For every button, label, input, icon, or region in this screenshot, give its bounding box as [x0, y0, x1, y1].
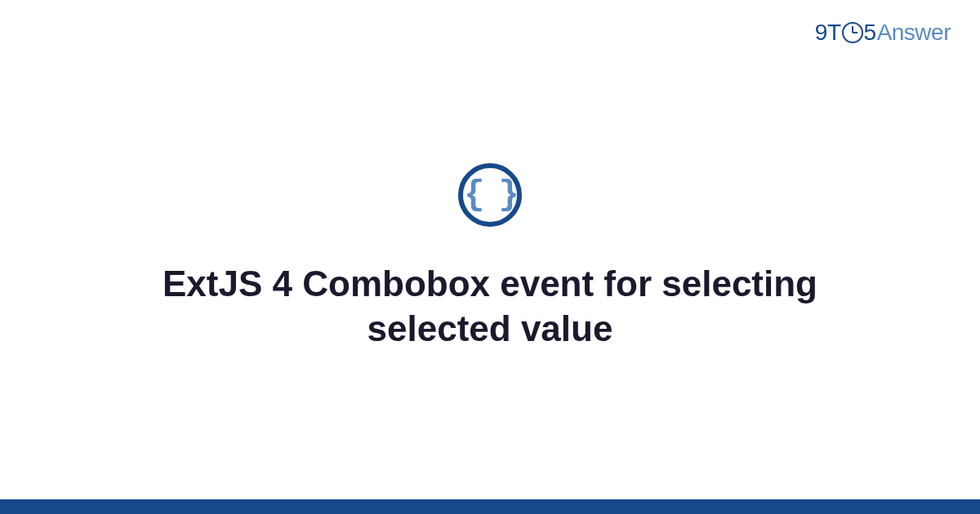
page-title: ExtJS 4 Combobox event for selecting sel… — [122, 261, 858, 351]
bottom-accent-bar — [0, 499, 980, 514]
logo-answer: Answer — [877, 20, 951, 46]
code-braces-icon: { } — [458, 163, 522, 227]
main-content: { } ExtJS 4 Combobox event for selecting… — [0, 163, 980, 351]
logo-five: 5 — [864, 20, 876, 46]
logo-t: T — [827, 20, 841, 46]
logo-nine: 9 — [815, 20, 827, 46]
clock-icon — [842, 22, 863, 43]
site-logo: 9 T 5 Answer — [815, 20, 951, 46]
icon-wrapper: { } — [49, 163, 931, 227]
